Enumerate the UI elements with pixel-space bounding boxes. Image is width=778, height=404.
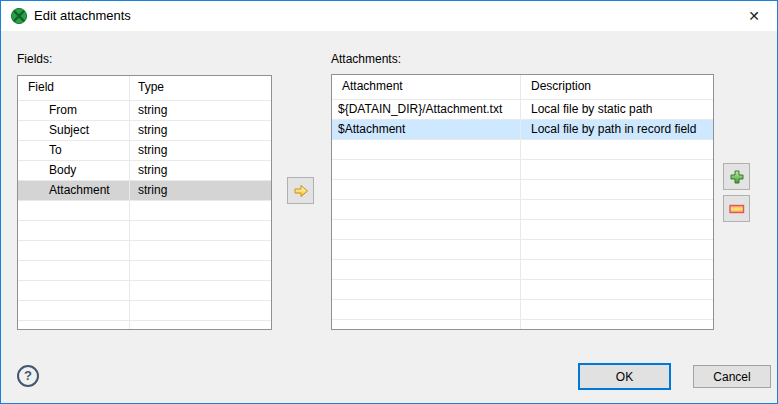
table-row[interactable]: [332, 160, 713, 180]
arrow-right-icon: [293, 184, 309, 198]
table-cell: [332, 140, 521, 159]
table-row[interactable]: [18, 321, 271, 330]
close-icon: ✕: [748, 8, 760, 24]
table-cell: [332, 180, 521, 199]
table-cell: [332, 220, 521, 239]
table-row[interactable]: [18, 201, 271, 221]
table-row[interactable]: [332, 320, 713, 330]
table-cell: [130, 241, 271, 260]
table-cell: [130, 301, 271, 320]
attachments-label: Attachments:: [331, 52, 401, 66]
table-cell: [18, 301, 130, 320]
table-cell: ${DATAIN_DIR}/Attachment.txt: [332, 100, 521, 119]
table-cell: Subject: [18, 121, 130, 140]
table-row[interactable]: [332, 280, 713, 300]
table-row[interactable]: [332, 260, 713, 280]
table-cell: [18, 281, 130, 300]
table-row[interactable]: [332, 220, 713, 240]
table-cell: From: [18, 101, 130, 120]
table-row[interactable]: [332, 180, 713, 200]
table-cell: [332, 160, 521, 179]
table-cell: [521, 300, 713, 319]
fields-label: Fields:: [17, 52, 52, 66]
table-cell: string: [130, 121, 271, 140]
table-cell: [332, 260, 521, 279]
table-cell: [130, 201, 271, 220]
table-row[interactable]: [18, 241, 271, 261]
table-row[interactable]: Attachmentstring: [18, 181, 271, 201]
table-row[interactable]: [18, 301, 271, 321]
attachments-table-header: Attachment Description: [332, 75, 713, 100]
title-bar: Edit attachments ✕: [1, 1, 777, 31]
table-cell: [130, 261, 271, 280]
fields-table-header: Field Type: [18, 76, 271, 101]
table-row[interactable]: $AttachmentLocal file by path in record …: [332, 120, 713, 140]
dialog-edit-attachments: Edit attachments ✕ Fields: Field Type Fr…: [0, 0, 778, 404]
table-cell: $Attachment: [332, 120, 521, 139]
plus-icon: [730, 170, 744, 184]
close-button[interactable]: ✕: [732, 2, 776, 30]
table-cell: Local file by path in record field: [521, 120, 713, 139]
table-row[interactable]: [332, 200, 713, 220]
table-cell: [332, 240, 521, 259]
table-cell: [521, 180, 713, 199]
table-row[interactable]: [18, 221, 271, 241]
minus-icon: [729, 204, 745, 214]
table-row[interactable]: [332, 240, 713, 260]
table-cell: [18, 261, 130, 280]
table-cell: Local file by static path: [521, 100, 713, 119]
table-cell: [521, 320, 713, 330]
table-cell: [332, 300, 521, 319]
table-row[interactable]: Fromstring: [18, 101, 271, 121]
table-cell: To: [18, 141, 130, 160]
table-cell: string: [130, 161, 271, 180]
table-cell: string: [130, 181, 271, 200]
table-row[interactable]: Subjectstring: [18, 121, 271, 141]
table-row[interactable]: [332, 300, 713, 320]
table-cell: string: [130, 141, 271, 160]
column-header-field[interactable]: Field: [18, 76, 130, 100]
table-row[interactable]: [18, 281, 271, 301]
table-cell: [521, 200, 713, 219]
move-to-attachments-button[interactable]: [287, 177, 314, 204]
table-cell: [332, 280, 521, 299]
table-cell: [521, 240, 713, 259]
table-cell: [130, 221, 271, 240]
ok-button[interactable]: OK: [578, 363, 671, 390]
window-title: Edit attachments: [34, 1, 131, 31]
attachments-table: Attachment Description ${DATAIN_DIR}/Att…: [331, 74, 714, 330]
help-icon: ?: [17, 365, 39, 387]
help-button[interactable]: ?: [15, 363, 41, 389]
table-cell: [332, 320, 521, 330]
column-header-description[interactable]: Description: [521, 75, 713, 99]
table-cell: [521, 280, 713, 299]
table-row[interactable]: [332, 140, 713, 160]
table-cell: Body: [18, 161, 130, 180]
table-cell: [521, 140, 713, 159]
cancel-button[interactable]: Cancel: [693, 365, 771, 388]
table-row[interactable]: [18, 261, 271, 281]
table-cell: [18, 201, 130, 220]
remove-attachment-button[interactable]: [723, 195, 750, 222]
table-row[interactable]: Tostring: [18, 141, 271, 161]
table-row[interactable]: Bodystring: [18, 161, 271, 181]
fields-table-body: FromstringSubjectstringTostringBodystrin…: [18, 101, 271, 330]
table-cell: [130, 281, 271, 300]
table-cell: [18, 321, 130, 330]
table-cell: [18, 241, 130, 260]
table-cell: [130, 321, 271, 330]
table-cell: Attachment: [18, 181, 130, 200]
table-cell: string: [130, 101, 271, 120]
attachments-table-body: ${DATAIN_DIR}/Attachment.txtLocal file b…: [332, 100, 713, 330]
fields-table: Field Type FromstringSubjectstringTostri…: [17, 75, 272, 330]
table-cell: [521, 220, 713, 239]
table-row[interactable]: ${DATAIN_DIR}/Attachment.txtLocal file b…: [332, 100, 713, 120]
table-cell: [332, 200, 521, 219]
column-header-type[interactable]: Type: [130, 76, 271, 100]
table-cell: [521, 260, 713, 279]
table-cell: [521, 160, 713, 179]
clover-app-icon: [10, 7, 28, 25]
column-header-attachment[interactable]: Attachment: [332, 75, 521, 99]
add-attachment-button[interactable]: [723, 163, 750, 190]
table-cell: [18, 221, 130, 240]
